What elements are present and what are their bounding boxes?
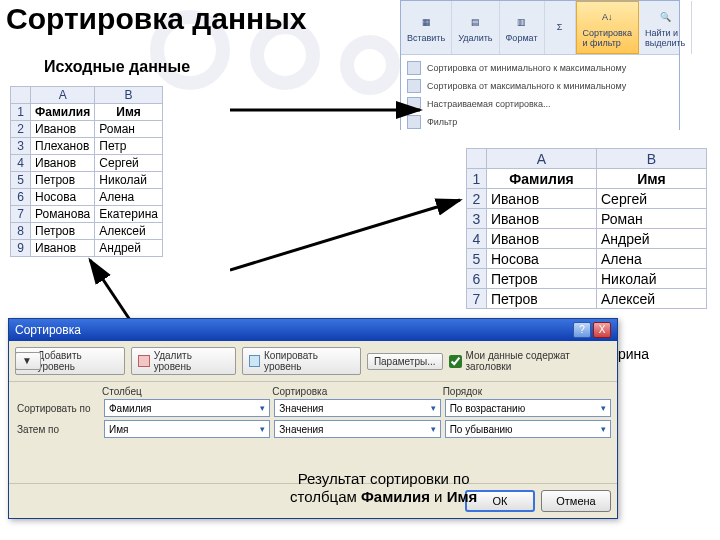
sort-desc-item[interactable]: Сортировка от максимального к минимально…	[407, 77, 673, 95]
dialog-help-button[interactable]: ?	[573, 322, 591, 338]
row-label: Сортировать по	[15, 403, 100, 414]
sort-filter-dropdown: Сортировка от минимального к максимально…	[401, 55, 679, 135]
order-select[interactable]: По убыванию▾	[445, 420, 611, 438]
ribbon-format-button[interactable]: ▥Формат	[500, 1, 545, 54]
delete-cells-icon: ▤	[466, 13, 484, 31]
sorton-select[interactable]: Значения▾	[274, 420, 440, 438]
arrow-to-dialog	[80, 255, 140, 325]
caret-icon: ▾	[260, 403, 265, 413]
sort-desc-icon	[407, 79, 421, 93]
sorton-select[interactable]: Значения▾	[274, 399, 440, 417]
row-label: Затем по	[15, 424, 100, 435]
caret-icon: ▾	[431, 403, 436, 413]
sigma-icon: Σ	[551, 18, 569, 36]
dialog-close-button[interactable]: X	[593, 322, 611, 338]
move-down-button[interactable]: ▼	[15, 352, 41, 370]
caret-icon: ▾	[601, 424, 606, 434]
chevron-down-icon: ▼	[22, 355, 34, 367]
sort-filter-icon: A↓	[598, 8, 616, 26]
binoculars-icon: 🔍	[656, 8, 674, 26]
delete-level-button[interactable]: Удалить уровень	[131, 347, 235, 375]
grid-headers: Столбец Сортировка Порядок	[15, 386, 611, 397]
svg-line-2	[90, 260, 130, 320]
source-label: Исходные данные	[44, 58, 190, 76]
column-select[interactable]: Имя▾	[104, 420, 270, 438]
result-table: AB 1ФамилияИмя 2ИвановСергей 3ИвановРома…	[466, 148, 707, 309]
copy-level-button[interactable]: Копировать уровень	[242, 347, 361, 375]
copy-icon	[249, 355, 261, 367]
sort-level-row: Сортировать по Фамилия▾ Значения▾ По воз…	[15, 399, 611, 417]
sort-level-row: Затем по Имя▾ Значения▾ По убыванию▾	[15, 420, 611, 438]
ribbon-editing-group: ▦Вставить ▤Удалить ▥Формат Σ A↓Сортировк…	[400, 0, 680, 130]
format-icon: ▥	[513, 13, 531, 31]
arrow-to-result	[230, 190, 470, 280]
headers-checkbox[interactable]: Мои данные содержат заголовки	[449, 350, 611, 372]
arrow-to-ribbon	[230, 100, 430, 120]
dialog-title-text: Сортировка	[15, 323, 81, 337]
delete-icon	[138, 355, 150, 367]
custom-sort-item[interactable]: Настраиваемая сортировка...	[407, 95, 673, 113]
ribbon-sort-filter-button[interactable]: A↓Сортировка и фильтр	[576, 1, 639, 54]
column-select[interactable]: Фамилия▾	[104, 399, 270, 417]
insert-cells-icon: ▦	[417, 13, 435, 31]
caret-icon: ▾	[431, 424, 436, 434]
result-label: Результат сортировки по столбцам Фамилия…	[290, 470, 477, 506]
dialog-titlebar: Сортировка ? X	[9, 319, 617, 341]
ribbon-delete-button[interactable]: ▤Удалить	[452, 1, 499, 54]
ribbon-autosum-button[interactable]: Σ	[545, 1, 576, 54]
slide-title: Сортировка данных	[6, 2, 306, 36]
cancel-button[interactable]: Отмена	[541, 490, 611, 512]
caret-icon: ▾	[260, 424, 265, 434]
svg-line-1	[230, 200, 460, 270]
caret-icon: ▾	[601, 403, 606, 413]
ribbon-find-button[interactable]: 🔍Найти и выделить	[639, 1, 692, 54]
order-select[interactable]: По возрастанию▾	[445, 399, 611, 417]
sort-asc-icon	[407, 61, 421, 75]
source-table: AB 1ФамилияИмя 2ИвановРоман 3ПлехановПет…	[10, 86, 163, 257]
options-button[interactable]: Параметры...	[367, 353, 443, 370]
filter-item[interactable]: Фильтр	[407, 113, 673, 131]
ribbon-insert-button[interactable]: ▦Вставить	[401, 1, 452, 54]
sort-asc-item[interactable]: Сортировка от минимального к максимально…	[407, 59, 673, 77]
